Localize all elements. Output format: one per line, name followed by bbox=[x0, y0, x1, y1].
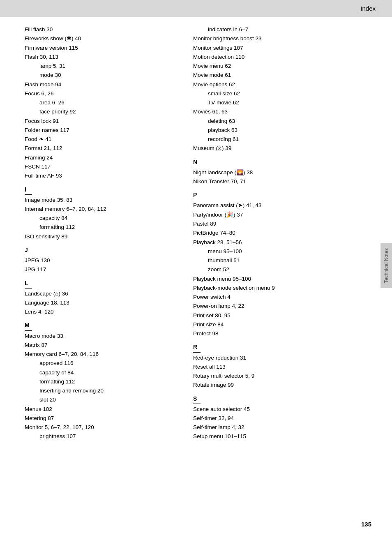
index-entry: Panorama assist (➤) 41, 43 bbox=[193, 201, 362, 210]
index-entry: Rotate image 99 bbox=[193, 381, 362, 390]
index-entry: Power switch 4 bbox=[193, 293, 362, 302]
index-entry: P bbox=[193, 186, 362, 201]
section-letter: J bbox=[25, 245, 32, 255]
page-header: Index bbox=[0, 0, 392, 17]
content-area: Fill flash 30Fireworks show (✱) 40Firmwa… bbox=[0, 17, 392, 458]
index-entry: Flash mode 94 bbox=[25, 80, 185, 89]
index-entry: small size 62 bbox=[193, 89, 362, 98]
index-entry: Playback-mode selection menu 9 bbox=[193, 284, 362, 293]
section-letter: N bbox=[193, 157, 201, 167]
index-entry: Lens 4, 120 bbox=[25, 307, 185, 316]
index-entry: PictBridge 74–80 bbox=[193, 228, 362, 238]
header-title: Index bbox=[360, 5, 376, 12]
index-entry: M bbox=[25, 316, 185, 331]
left-column: Fill flash 30Fireworks show (✱) 40Firmwa… bbox=[25, 25, 193, 441]
index-entry: Scene auto selector 45 bbox=[193, 405, 362, 414]
index-entry: area 6, 26 bbox=[25, 98, 185, 107]
index-entry: Internal memory 6–7, 20, 84, 112 bbox=[25, 205, 185, 214]
index-entry: Self-timer lamp 4, 32 bbox=[193, 423, 362, 432]
index-entry: brightness 107 bbox=[25, 432, 185, 441]
index-entry: Focus lock 91 bbox=[25, 117, 185, 126]
index-entry: Inserting and removing 20 bbox=[25, 386, 185, 395]
page-number: 135 bbox=[361, 521, 371, 528]
technical-notes-tab: Technical Notes bbox=[380, 243, 392, 288]
index-entry: Print set 80, 95 bbox=[193, 311, 362, 320]
index-entry: TV movie 62 bbox=[193, 98, 362, 107]
page: Index Fill flash 30Fireworks show (✱) 40… bbox=[0, 0, 392, 540]
index-entry: Party/indoor (🎉) 37 bbox=[193, 210, 362, 219]
index-entry: R bbox=[193, 338, 362, 353]
index-entry: mode 30 bbox=[25, 71, 185, 80]
section-letter: M bbox=[25, 321, 32, 330]
index-entry: N bbox=[193, 153, 362, 168]
index-entry: Full-time AF 93 bbox=[25, 171, 185, 180]
section-letter: R bbox=[193, 342, 201, 352]
index-entry: Metering 87 bbox=[25, 414, 185, 423]
index-entry: Red-eye reduction 31 bbox=[193, 353, 362, 362]
index-entry: Night landscape (🌄) 38 bbox=[193, 168, 362, 177]
index-entry: face priority 92 bbox=[25, 107, 185, 116]
index-entry: Self-timer 32, 94 bbox=[193, 414, 362, 423]
index-entry: Food ❧ 41 bbox=[25, 135, 185, 144]
index-entry: lamp 5, 31 bbox=[25, 62, 185, 71]
index-entry: Power-on lamp 4, 22 bbox=[193, 302, 362, 311]
index-entry: Museum (⧖) 39 bbox=[193, 144, 362, 153]
index-entry: recording 61 bbox=[193, 135, 362, 144]
index-entry: Framing 24 bbox=[25, 153, 185, 162]
index-entry: indicators in 6–7 bbox=[193, 25, 362, 34]
index-entry: L bbox=[25, 275, 185, 289]
section-letter: P bbox=[193, 190, 201, 200]
index-entry: JPEG 130 bbox=[25, 256, 185, 265]
index-entry: Setup menu 101–115 bbox=[193, 432, 362, 441]
index-entry: deleting 63 bbox=[193, 117, 362, 126]
index-entry: Focus 6, 26 bbox=[25, 89, 185, 98]
index-entry: Monitor brightness boost 23 bbox=[193, 34, 362, 43]
index-entry: Reset all 113 bbox=[193, 362, 362, 372]
index-entry: Menus 102 bbox=[25, 405, 185, 414]
index-entry: FSCN 117 bbox=[25, 162, 185, 171]
index-entry: Rotary multi selector 5, 9 bbox=[193, 372, 362, 381]
index-entry: approved 116 bbox=[25, 359, 185, 368]
index-entry: Movie options 62 bbox=[193, 80, 362, 89]
index-entry: Movie mode 61 bbox=[193, 71, 362, 80]
section-letter: S bbox=[193, 394, 201, 404]
index-entry: Pastel 89 bbox=[193, 219, 362, 228]
index-entry: I bbox=[25, 181, 185, 196]
index-entry: Protect 98 bbox=[193, 329, 362, 338]
index-entry: Movies 61, 63 bbox=[193, 107, 362, 116]
index-entry: Format 21, 112 bbox=[25, 144, 185, 153]
index-entry: Motion detection 110 bbox=[193, 53, 362, 62]
index-entry: Macro mode 33 bbox=[25, 332, 185, 341]
index-entry: Fill flash 30 bbox=[25, 25, 185, 34]
index-entry: Flash 30, 113 bbox=[25, 53, 185, 62]
index-entry: Memory card 6–7, 20, 84, 116 bbox=[25, 350, 185, 359]
index-entry: Nikon Transfer 70, 71 bbox=[193, 177, 362, 186]
index-entry: JPG 117 bbox=[25, 265, 185, 274]
index-entry: Folder names 117 bbox=[25, 126, 185, 135]
index-entry: formatting 112 bbox=[25, 377, 185, 386]
index-entry: Language 18, 113 bbox=[25, 298, 185, 307]
index-entry: Image mode 35, 83 bbox=[25, 196, 185, 205]
index-entry: S bbox=[193, 390, 362, 405]
index-entry: capacity of 84 bbox=[25, 368, 185, 377]
index-entry: Playback menu 95–100 bbox=[193, 275, 362, 284]
index-entry: thumbnail 51 bbox=[193, 256, 362, 265]
index-entry: Playback 28, 51–56 bbox=[193, 238, 362, 247]
section-letter: I bbox=[25, 185, 32, 195]
section-letter: L bbox=[25, 279, 32, 288]
index-entry: zoom 52 bbox=[193, 265, 362, 274]
index-entry: ISO sensitivity 89 bbox=[25, 232, 185, 241]
index-entry: Print size 84 bbox=[193, 320, 362, 329]
index-entry: J bbox=[25, 241, 185, 256]
index-entry: Monitor settings 107 bbox=[193, 44, 362, 53]
index-entry: formatting 112 bbox=[25, 223, 185, 232]
index-entry: slot 20 bbox=[25, 395, 185, 404]
index-entry: Firmware version 115 bbox=[25, 44, 185, 53]
index-entry: Monitor 5, 6–7, 22, 107, 120 bbox=[25, 423, 185, 432]
index-entry: Matrix 87 bbox=[25, 341, 185, 350]
sidebar-label: Technical Notes bbox=[383, 248, 389, 283]
index-entry: Movie menu 62 bbox=[193, 62, 362, 71]
index-entry: capacity 84 bbox=[25, 214, 185, 223]
right-column: indicators in 6–7Monitor brightness boos… bbox=[193, 25, 362, 441]
index-entry: menu 95–100 bbox=[193, 247, 362, 256]
